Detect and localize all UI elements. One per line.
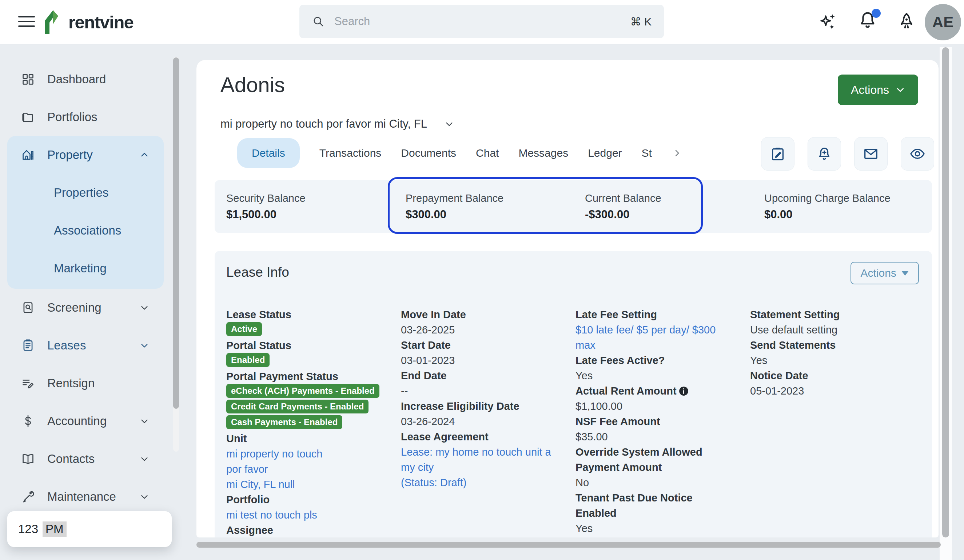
sidebar-scrollbar[interactable] [173, 57, 179, 452]
global-search[interactable]: ⌘ K [300, 5, 664, 38]
dashboard-grid-icon [20, 72, 36, 86]
balance-value: $300.00 [405, 208, 573, 221]
balance-security: Security Balance $1,500.00 [215, 180, 394, 233]
coordinates-overlay: 123 PM [7, 511, 172, 547]
tab-documents[interactable]: Documents [401, 147, 456, 159]
tab-messages[interactable]: Messages [518, 147, 568, 159]
actions-button[interactable]: Actions [838, 75, 918, 105]
tab-transactions[interactable]: Transactions [319, 147, 382, 159]
sidebar-item-dashboard[interactable]: Dashboard [0, 60, 171, 98]
sidebar-item-properties[interactable]: Properties [7, 174, 164, 212]
sidebar-item-contacts[interactable]: Contacts [0, 440, 171, 478]
tab-ledger[interactable]: Ledger [588, 147, 622, 159]
field-value: $1,100.00 [575, 399, 736, 414]
avatar-initials: AE [932, 13, 953, 31]
sidebar-item-property[interactable]: Property [7, 136, 164, 174]
main-vertical-scrollbar-thumb[interactable] [942, 47, 949, 537]
field-label: Tenant Past Due Notice Enabled [575, 490, 736, 521]
sidebar-item-label: Portfolios [47, 110, 98, 124]
field-label: Move In Date [401, 307, 561, 322]
envelope-icon [863, 145, 879, 162]
tabs-overflow-chevron-right-icon[interactable] [671, 148, 682, 158]
edit-note-button[interactable] [761, 137, 795, 171]
add-reminder-button[interactable] [808, 137, 841, 171]
rocket-icon[interactable] [896, 11, 917, 32]
field-label: Increase Eligibility Date [401, 399, 561, 414]
late-fee-setting-link[interactable]: $10 late fee/ $5 per day/ $300max [575, 322, 736, 353]
balance-value: -$300.00 [585, 208, 753, 221]
sidebar-item-portfolios[interactable]: Portfolios [0, 98, 171, 136]
field-label: Late Fees Active? [575, 353, 736, 368]
sidebar-item-maintenance[interactable]: Maintenance [0, 478, 171, 516]
sidebar-item-label: Maintenance [47, 490, 116, 504]
sidebar-item-marketing[interactable]: Marketing [7, 249, 164, 287]
sidebar-item-label: Contacts [47, 452, 94, 466]
main-vertical-scrollbar[interactable] [940, 47, 952, 560]
field-value: -- [401, 383, 561, 399]
send-email-button[interactable] [854, 137, 887, 171]
lease-agreement-status-link[interactable]: (Status: Draft) [401, 475, 561, 490]
sidebar-subitem-label: Properties [54, 186, 108, 200]
field-label: Override System Allowed Payment Amount [575, 444, 736, 475]
ai-sparkles-icon[interactable] [818, 11, 840, 33]
portfolio-link[interactable]: mi test no touch pls [226, 507, 386, 523]
contacts-book-icon [20, 452, 36, 466]
unit-link[interactable]: mi property no touchpor favor [226, 446, 386, 477]
overlay-text: 123 [18, 522, 38, 536]
main-horizontal-scrollbar[interactable] [197, 542, 941, 548]
field-label: Unit [226, 431, 386, 446]
field-value: 03-01-2023 [401, 353, 561, 368]
balance-value: $0.00 [764, 208, 932, 221]
watch-button[interactable] [901, 137, 934, 171]
lease-col-dates: Move In Date 03-26-2025 Start Date 03-01… [401, 307, 575, 537]
sidebar-item-leases[interactable]: Leases [0, 327, 171, 365]
tab-statements-truncated[interactable]: St [642, 147, 652, 159]
property-house-icon [20, 148, 36, 162]
field-value: 03-26-2025 [401, 322, 561, 337]
chevron-down-icon [896, 85, 905, 94]
status-badge: Enabled [226, 353, 270, 367]
sidebar-item-associations[interactable]: Associations [7, 212, 164, 249]
clipboard-pencil-icon [769, 145, 786, 162]
property-detail-card: Adonis mi property no touch por favor mi… [197, 60, 938, 537]
tab-details[interactable]: Details [237, 138, 300, 168]
unit-city-link[interactable]: mi City, FL null [226, 477, 386, 492]
tab-chat[interactable]: Chat [476, 147, 499, 159]
eye-icon [909, 145, 926, 162]
sidebar-item-screening[interactable]: Screening [0, 289, 171, 327]
sidebar-item-accounting[interactable]: Accounting [0, 402, 171, 440]
sidebar-scrollbar-thumb[interactable] [173, 57, 179, 409]
balance-label: Security Balance [226, 192, 394, 204]
actions-button-label: Actions [851, 83, 889, 97]
folder-icon [20, 110, 36, 124]
notifications-bell-icon[interactable] [857, 10, 880, 33]
sidebar-item-label: Accounting [47, 414, 107, 428]
avatar[interactable]: AE [925, 4, 961, 41]
field-value: 03-26-2024 [401, 414, 561, 429]
chevron-down-icon[interactable] [444, 119, 455, 129]
search-shortcut: ⌘ K [630, 15, 651, 28]
unit-link-line2: por favor [226, 463, 268, 475]
late-fee-line1: $10 late fee/ $5 per day/ $300 [575, 324, 716, 335]
search-input[interactable] [334, 15, 630, 28]
lease-clipboard-icon [20, 339, 36, 352]
info-icon[interactable] [679, 386, 689, 396]
lease-info-panel: Lease Info Actions Lease Status Active P… [215, 251, 932, 537]
lease-actions-button[interactable]: Actions [850, 262, 919, 284]
field-label: NSF Fee Amount [575, 414, 736, 429]
late-fee-line2: max [575, 339, 596, 351]
unit-link-line1: mi property no touch [226, 448, 322, 460]
hamburger-menu-icon[interactable] [18, 16, 35, 27]
field-label: Lease Status [226, 307, 386, 322]
lease-col-status: Lease Status Active Portal Status Enable… [226, 307, 401, 537]
lease-agreement-link[interactable]: Lease: my home no touch unit amy city [401, 444, 561, 475]
field-label: Notice Date [750, 368, 910, 383]
status-badge: eCheck (ACH) Payments - Enabled [226, 384, 379, 398]
overlay-highlighted-text: PM [42, 521, 67, 537]
rentvine-logo[interactable]: rentvine [44, 9, 134, 36]
field-value: 05-01-2023 [750, 383, 910, 399]
property-address-selector[interactable]: mi property no touch por favor mi City, … [220, 117, 455, 130]
field-label: Portal Payment Status [226, 369, 386, 384]
balance-summary-strip: Security Balance $1,500.00 Prepayment Ba… [215, 180, 932, 233]
sidebar-item-rentsign[interactable]: Rentsign [0, 365, 171, 402]
